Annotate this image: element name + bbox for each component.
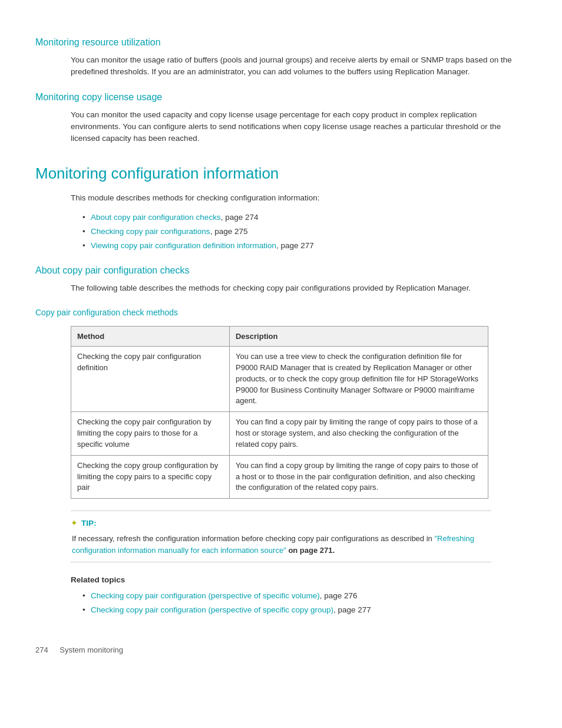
table-cell-method-2: Checking the copy pair configuration by … [71,412,230,456]
bullet-item-3: Viewing copy pair configuration definiti… [82,240,527,252]
table-header-description: Description [229,326,488,347]
body-monitoring-config-intro: This module describes methods for checki… [71,192,527,204]
table-row: Checking the copy group configuration by… [71,455,488,499]
table-cell-desc-3: You can find a copy group by limiting th… [229,455,488,499]
related-topics-list: Checking copy pair configuration (perspe… [82,590,527,617]
footer: 274 System monitoring [35,640,527,656]
bullet-item-2: Checking copy pair configurations, page … [82,226,527,238]
heading-monitoring-copy-license: Monitoring copy license usage [35,90,527,104]
heading-copy-pair-methods: Copy pair configuration check methods [35,307,527,319]
tip-box: ✦ TIP: If necessary, refresh the configu… [71,510,491,562]
footer-page-number: 274 [35,645,48,654]
link-viewing-copy-pair[interactable]: Viewing copy pair configuration definiti… [91,241,276,250]
link-related-copy-group[interactable]: Checking copy pair configuration (perspe… [91,605,333,614]
bullet-item-1: About copy pair configuration checks, pa… [82,212,527,223]
heading-monitoring-resource: Monitoring resource utilization [35,35,527,50]
table-cell-desc-2: You can find a copy pair by limiting the… [229,412,488,456]
footer-section: System monitoring [59,645,123,654]
heading-monitoring-config: Monitoring configuration information [35,162,527,185]
table-cell-method-1: Checking the copy pair configuration def… [71,347,230,412]
related-topics-label: Related topics [71,574,527,586]
link-about-copy-pair[interactable]: About copy pair configuration checks [91,213,221,222]
tip-text: If necessary, refresh the configuration … [71,533,491,556]
tip-label: TIP: [81,518,97,529]
table-cell-method-3: Checking the copy group configuration by… [71,455,230,499]
tip-link[interactable]: "Refreshing configuration information ma… [72,534,474,555]
table-row: Checking the copy pair configuration def… [71,347,488,412]
tip-icon: ✦ [71,517,78,529]
body-monitoring-resource: You can monitor the usage ratio of buffe… [71,54,527,78]
body-about-copy-pair: The following table describes the method… [71,282,527,294]
table-header-method: Method [71,326,230,347]
table-cell-desc-1: You can use a tree view to check the con… [229,347,488,412]
config-bullet-list: About copy pair configuration checks, pa… [82,212,527,252]
heading-about-copy-pair: About copy pair configuration checks [35,263,527,278]
body-monitoring-copy-license: You can monitor the used capacity and co… [71,109,527,145]
tip-header: ✦ TIP: [71,517,491,529]
config-check-methods-table: Method Description Checking the copy pai… [71,326,488,499]
related-item-1: Checking copy pair configuration (perspe… [82,590,527,602]
link-related-volume[interactable]: Checking copy pair configuration (perspe… [91,591,320,600]
link-checking-copy-pair[interactable]: Checking copy pair configurations [91,227,210,236]
related-item-2: Checking copy pair configuration (perspe… [82,604,527,616]
table-row: Checking the copy pair configuration by … [71,412,488,456]
